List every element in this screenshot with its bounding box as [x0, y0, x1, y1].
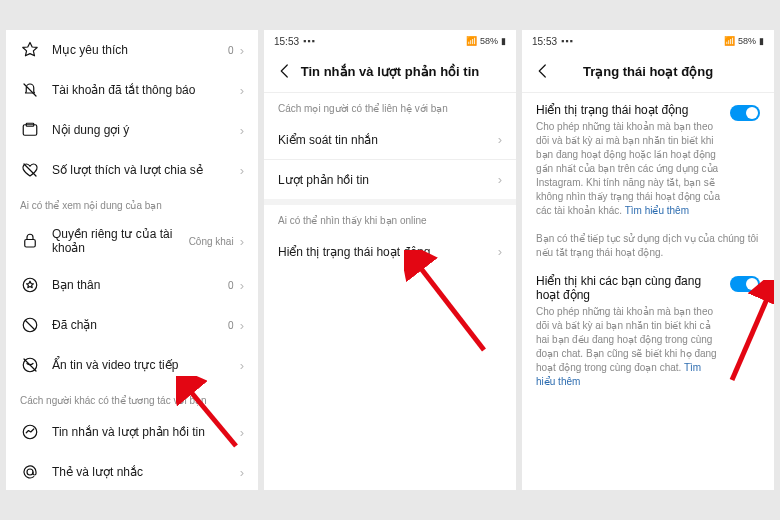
settings-row[interactable]: Bạn thân 0 ›: [6, 265, 258, 305]
row-label: Thẻ và lượt nhắc: [52, 465, 240, 479]
star-icon: [20, 40, 40, 60]
chevron-right-icon: ›: [240, 358, 244, 373]
hide-icon: [20, 355, 40, 375]
row-label: Quyền riêng tư của tài khoản: [52, 227, 189, 255]
settings-row[interactable]: Ẩn tin và video trực tiếp ›: [6, 345, 258, 385]
content-icon: [20, 120, 40, 140]
settings-row[interactable]: Đã chặn 0 ›: [6, 305, 258, 345]
toggle-title: Hiển thị trạng thái hoạt động: [536, 103, 722, 117]
screen-header: Tin nhắn và lượt phản hồi tin: [264, 52, 516, 93]
row-label: Tin nhắn và lượt phản hồi tin: [52, 425, 240, 439]
row-label: Đã chặn: [52, 318, 228, 332]
star-circle-icon: [20, 275, 40, 295]
settings-row-activity-status[interactable]: Hiển thị trạng thái hoạt động ›: [264, 232, 516, 271]
chevron-right-icon: ›: [240, 465, 244, 480]
chevron-right-icon: ›: [498, 132, 502, 147]
page-title: Trạng thái hoạt động: [534, 64, 762, 79]
chevron-right-icon: ›: [240, 43, 244, 58]
chevron-right-icon: ›: [240, 318, 244, 333]
chevron-right-icon: ›: [240, 425, 244, 440]
chevron-right-icon: ›: [240, 123, 244, 138]
at-icon: [20, 462, 40, 482]
phone-messages-settings: 15:53 ▪▪▪ 📶58%▮ Tin nhắn và lượt phản hồ…: [264, 30, 516, 490]
toggle-description: Cho phép những tài khoản mà bạn theo dõi…: [536, 120, 722, 218]
chevron-right-icon: ›: [498, 172, 502, 187]
svg-rect-2: [25, 240, 36, 248]
chevron-right-icon: ›: [498, 244, 502, 259]
settings-row[interactable]: Nội dung gợi ý ›: [6, 110, 258, 150]
section-label: Cách mọi người có thể liên hệ với bạn: [264, 93, 516, 120]
clock: 15:53: [274, 36, 299, 47]
lock-icon: [20, 231, 40, 251]
row-label: Hiển thị trạng thái hoạt động: [278, 245, 498, 259]
row-label: Ẩn tin và video trực tiếp: [52, 358, 240, 372]
row-meta: 0: [228, 280, 234, 291]
row-label: Kiểm soát tin nhắn: [278, 133, 498, 147]
row-meta: 0: [228, 320, 234, 331]
settings-row[interactable]: Số lượt thích và lượt chia sẻ ›: [6, 150, 258, 190]
row-label: Nội dung gợi ý: [52, 123, 240, 137]
section-label: Ai có thể xem nội dung của bạn: [6, 190, 258, 217]
screen-header: Trạng thái hoạt động: [522, 52, 774, 93]
status-icons: ▪▪▪: [561, 36, 574, 46]
heart-off-icon: [20, 160, 40, 180]
phone-activity-status: 15:53 ▪▪▪ 📶58%▮ Trạng thái hoạt động Hiể…: [522, 30, 774, 490]
note-text: Bạn có thể tiếp tục sử dụng dịch vụ của …: [522, 222, 774, 264]
settings-row-messages[interactable]: Tin nhắn và lượt phản hồi tin ›: [6, 412, 258, 452]
messenger-icon: [20, 422, 40, 442]
settings-row[interactable]: Lượt phản hồi tin ›: [264, 160, 516, 199]
clock: 15:53: [532, 36, 557, 47]
row-label: Bạn thân: [52, 278, 228, 292]
row-label: Mục yêu thích: [52, 43, 228, 57]
chevron-right-icon: ›: [240, 83, 244, 98]
svg-point-3: [23, 278, 37, 292]
chevron-right-icon: ›: [240, 278, 244, 293]
settings-row[interactable]: Quyền riêng tư của tài khoản Công khai ›: [6, 217, 258, 265]
row-label: Số lượt thích và lượt chia sẻ: [52, 163, 240, 177]
status-right: 📶58%▮: [724, 36, 764, 46]
row-meta: Công khai: [189, 236, 234, 247]
bell-off-icon: [20, 80, 40, 100]
status-icons: ▪▪▪: [303, 36, 316, 46]
toggle-row-activity-status: Hiển thị trạng thái hoạt động Cho phép n…: [522, 93, 774, 222]
settings-row[interactable]: Tài khoản đã tắt thông báo ›: [6, 70, 258, 110]
phone-settings-privacy: Mục yêu thích 0 › Tài khoản đã tắt thông…: [6, 30, 258, 490]
toggle-row-together-status: Hiển thị khi các bạn cùng đang hoạt động…: [522, 264, 774, 393]
status-bar: 15:53 ▪▪▪ 📶58%▮: [264, 30, 516, 52]
chevron-right-icon: ›: [240, 234, 244, 249]
status-bar: 15:53 ▪▪▪ 📶58%▮: [522, 30, 774, 52]
status-right: 📶58%▮: [466, 36, 506, 46]
section-label: Cách người khác có thể tương tác với bạn: [6, 385, 258, 412]
learn-more-link[interactable]: Tìm hiểu thêm: [625, 205, 689, 216]
activity-status-toggle[interactable]: [730, 105, 760, 121]
settings-row[interactable]: Mục yêu thích 0 ›: [6, 30, 258, 70]
together-status-toggle[interactable]: [730, 276, 760, 292]
chevron-right-icon: ›: [240, 163, 244, 178]
settings-row[interactable]: Kiểm soát tin nhắn ›: [264, 120, 516, 159]
toggle-title: Hiển thị khi các bạn cùng đang hoạt động: [536, 274, 722, 302]
svg-point-7: [27, 469, 33, 475]
page-title: Tin nhắn và lượt phản hồi tin: [276, 64, 504, 79]
row-label: Lượt phản hồi tin: [278, 173, 498, 187]
row-label: Tài khoản đã tắt thông báo: [52, 83, 240, 97]
row-meta: 0: [228, 45, 234, 56]
settings-row[interactable]: Thẻ và lượt nhắc ›: [6, 452, 258, 490]
section-label: Ai có thể nhìn thấy khi bạn online: [264, 205, 516, 232]
block-icon: [20, 315, 40, 335]
toggle-description: Cho phép những tài khoản mà bạn theo dõi…: [536, 305, 722, 389]
